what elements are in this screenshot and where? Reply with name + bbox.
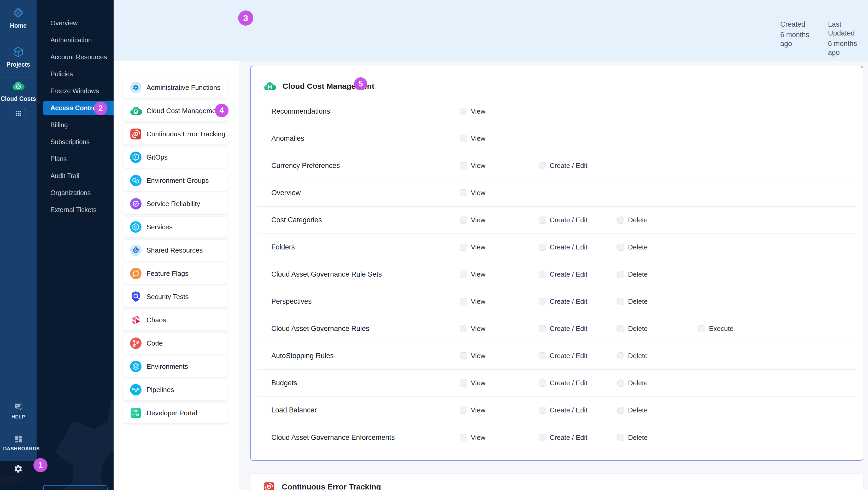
category-card-shared-resources[interactable]: Shared Resources bbox=[123, 240, 228, 261]
sidebar-item-policies[interactable]: Policies bbox=[36, 66, 114, 83]
view-checkbox[interactable] bbox=[460, 407, 467, 414]
category-card-service-reliability[interactable]: Service Reliability bbox=[123, 193, 228, 214]
dashboards-button[interactable]: DASHBOARDS bbox=[0, 434, 36, 452]
view-checkbox-label[interactable]: View bbox=[471, 379, 486, 387]
category-card-cloud-cost-management[interactable]: $Cloud Cost Management bbox=[123, 100, 228, 121]
sidebar-item-overview[interactable]: Overview bbox=[36, 14, 114, 32]
create-checkbox[interactable] bbox=[539, 162, 546, 169]
delete-checkbox[interactable] bbox=[617, 298, 624, 305]
view-checkbox-label[interactable]: View bbox=[471, 108, 486, 116]
create-checkbox-label[interactable]: Create / Edit bbox=[550, 243, 588, 251]
create-checkbox[interactable] bbox=[539, 407, 546, 414]
view-checkbox[interactable] bbox=[460, 379, 467, 387]
view-checkbox[interactable] bbox=[460, 189, 467, 196]
view-checkbox-label[interactable]: View bbox=[471, 270, 486, 278]
delete-checkbox[interactable] bbox=[617, 325, 624, 332]
account-settings-button[interactable]: ACCOUNT SETTINGS bbox=[0, 461, 36, 490]
delete-checkbox-label[interactable]: Delete bbox=[628, 406, 648, 414]
create-checkbox-label[interactable]: Create / Edit bbox=[550, 216, 588, 224]
view-checkbox-label[interactable]: View bbox=[471, 189, 486, 197]
view-checkbox-label[interactable]: View bbox=[471, 298, 486, 306]
sidebar-item-freeze-windows[interactable]: Freeze Windows bbox=[36, 83, 114, 99]
category-card-code[interactable]: Code bbox=[123, 333, 228, 354]
category-card-security-tests[interactable]: Security Tests bbox=[123, 286, 228, 307]
create-checkbox-label[interactable]: Create / Edit bbox=[550, 298, 588, 306]
category-card-pipelines[interactable]: Pipelines bbox=[123, 379, 228, 400]
help-button[interactable]: ? HELP bbox=[0, 402, 36, 420]
delete-checkbox[interactable] bbox=[617, 271, 624, 278]
create-checkbox-label[interactable]: Create / Edit bbox=[550, 434, 588, 442]
delete-checkbox-label[interactable]: Delete bbox=[628, 270, 648, 278]
category-card-developer-portal[interactable]: Developer Portal bbox=[123, 402, 228, 424]
category-card-services[interactable]: Services bbox=[123, 216, 228, 238]
view-checkbox[interactable] bbox=[460, 217, 467, 223]
create-checkbox[interactable] bbox=[539, 434, 546, 441]
view-checkbox-label[interactable]: View bbox=[471, 162, 486, 170]
create-checkbox[interactable] bbox=[539, 353, 546, 359]
execute-checkbox-label[interactable]: Execute bbox=[709, 325, 734, 333]
view-checkbox-label[interactable]: View bbox=[471, 434, 486, 442]
delete-checkbox-label[interactable]: Delete bbox=[628, 379, 648, 387]
view-checkbox[interactable] bbox=[460, 353, 467, 359]
sidebar-item-subscriptions[interactable]: Subscriptions bbox=[36, 133, 114, 150]
category-card-administrative-functions[interactable]: Administrative Functions bbox=[123, 77, 228, 98]
delete-checkbox-label[interactable]: Delete bbox=[628, 434, 648, 442]
create-checkbox[interactable] bbox=[539, 244, 546, 251]
delete-checkbox[interactable] bbox=[617, 244, 624, 251]
view-checkbox[interactable] bbox=[460, 271, 467, 278]
create-checkbox-label[interactable]: Create / Edit bbox=[550, 352, 588, 360]
delete-checkbox[interactable] bbox=[617, 407, 624, 414]
category-card-chaos[interactable]: Chaos bbox=[123, 309, 228, 331]
create-checkbox[interactable] bbox=[539, 379, 546, 387]
delete-checkbox[interactable] bbox=[617, 217, 624, 223]
delete-checkbox[interactable] bbox=[617, 353, 624, 359]
sidebar-item-authentication[interactable]: Authentication bbox=[36, 32, 114, 49]
create-checkbox-label[interactable]: Create / Edit bbox=[550, 379, 588, 387]
category-card-gitops[interactable]: GitOps bbox=[123, 147, 228, 168]
sidebar-item-billing[interactable]: Billing bbox=[36, 117, 114, 133]
subnav-footer-button[interactable] bbox=[43, 485, 107, 490]
delete-checkbox-label[interactable]: Delete bbox=[628, 298, 648, 306]
create-checkbox[interactable] bbox=[539, 271, 546, 278]
category-card-environment-groups[interactable]: Environment Groups bbox=[123, 170, 228, 191]
view-checkbox-label[interactable]: View bbox=[471, 134, 486, 143]
delete-checkbox[interactable] bbox=[617, 379, 624, 387]
create-checkbox[interactable] bbox=[539, 298, 546, 305]
view-checkbox-label[interactable]: View bbox=[471, 406, 486, 414]
view-checkbox[interactable] bbox=[460, 434, 467, 441]
create-checkbox[interactable] bbox=[539, 325, 546, 332]
create-checkbox[interactable] bbox=[539, 217, 546, 223]
view-checkbox[interactable] bbox=[460, 135, 467, 142]
delete-checkbox-label[interactable]: Delete bbox=[628, 325, 648, 333]
category-card-feature-flags[interactable]: Feature Flags bbox=[123, 263, 228, 284]
module-home[interactable]: Home bbox=[0, 6, 36, 29]
create-checkbox-label[interactable]: Create / Edit bbox=[550, 406, 588, 414]
view-checkbox-label[interactable]: View bbox=[471, 352, 486, 360]
sidebar-item-account-resources[interactable]: Account Resources bbox=[36, 49, 114, 66]
category-card-continuous-error-tracking[interactable]: Continuous Error Tracking bbox=[123, 123, 228, 145]
module-cloud-costs[interactable]: $ Cloud Costs bbox=[0, 79, 36, 102]
delete-checkbox-label[interactable]: Delete bbox=[628, 243, 648, 251]
sidebar-item-external-tickets[interactable]: External Tickets bbox=[36, 202, 114, 218]
view-checkbox-label[interactable]: View bbox=[471, 216, 486, 224]
sidebar-item-organizations[interactable]: Organizations bbox=[36, 184, 114, 202]
module-projects[interactable]: Projects bbox=[0, 46, 36, 68]
view-checkbox-label[interactable]: View bbox=[471, 325, 486, 333]
delete-checkbox-label[interactable]: Delete bbox=[628, 216, 648, 224]
execute-checkbox[interactable] bbox=[698, 325, 705, 332]
delete-checkbox-label[interactable]: Delete bbox=[628, 352, 648, 360]
view-checkbox[interactable] bbox=[460, 244, 467, 251]
create-checkbox-label[interactable]: Create / Edit bbox=[550, 162, 588, 170]
module-picker-button[interactable] bbox=[11, 108, 26, 118]
view-checkbox[interactable] bbox=[460, 325, 467, 332]
sidebar-item-audit-trail[interactable]: Audit Trail bbox=[36, 167, 114, 184]
view-checkbox[interactable] bbox=[460, 298, 467, 305]
sidebar-item-plans[interactable]: Plans bbox=[36, 150, 114, 167]
create-checkbox-label[interactable]: Create / Edit bbox=[550, 270, 588, 278]
view-checkbox-label[interactable]: View bbox=[471, 243, 486, 251]
create-checkbox-label[interactable]: Create / Edit bbox=[550, 325, 588, 333]
view-checkbox[interactable] bbox=[460, 108, 467, 115]
delete-checkbox[interactable] bbox=[617, 434, 624, 441]
category-card-environments[interactable]: Environments bbox=[123, 356, 228, 377]
view-checkbox[interactable] bbox=[460, 162, 467, 169]
